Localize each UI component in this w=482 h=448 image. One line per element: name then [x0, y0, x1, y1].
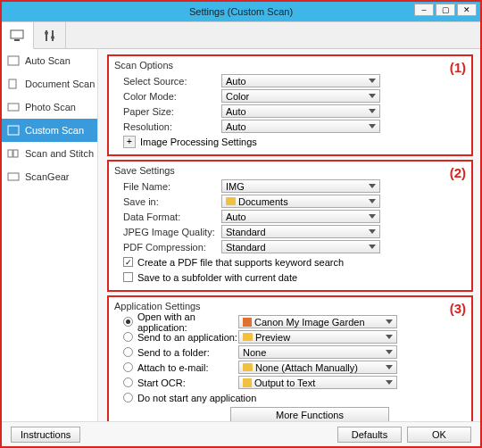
svg-rect-10: [8, 150, 12, 157]
settings-window: Settings (Custom Scan) – ▢ ✕ Auto Scan D…: [0, 0, 482, 448]
paper-size-label: Paper Size:: [114, 106, 221, 117]
svg-point-4: [45, 31, 48, 35]
sidebar-item-label: Auto Scan: [25, 55, 71, 66]
group-title: Application Settings: [114, 301, 466, 311]
instructions-button[interactable]: Instructions: [11, 427, 80, 443]
do-not-start-radio[interactable]: [123, 393, 133, 402]
select-source-dropdown[interactable]: Auto: [221, 74, 380, 87]
sidebar-item-label: Document Scan: [25, 79, 95, 89]
file-name-label: File Name:: [114, 181, 221, 192]
folder-icon: [226, 197, 236, 205]
save-in-dropdown[interactable]: Documents: [221, 195, 380, 208]
attach-email-radio[interactable]: [123, 362, 133, 372]
ok-button[interactable]: OK: [407, 427, 471, 443]
callout-2: (2): [450, 165, 466, 180]
open-with-label: Open with an application:: [137, 311, 238, 333]
svg-rect-9: [8, 126, 19, 135]
svg-rect-1: [14, 39, 20, 41]
sidebar-item-custom-scan[interactable]: Custom Scan: [2, 119, 97, 142]
window-title: Settings (Custom Scan): [189, 6, 293, 17]
group-save-settings: (2) Save Settings File Name:IMG Save in:…: [107, 160, 473, 292]
callout-1: (1): [450, 60, 466, 75]
custom-scan-icon: [7, 125, 20, 136]
top-tab-row: [2, 22, 480, 49]
monitor-icon: [9, 29, 27, 43]
subfolder-checkbox[interactable]: [123, 272, 133, 282]
jpeg-quality-label: JPEG Image Quality:: [114, 227, 221, 237]
jpeg-quality-dropdown[interactable]: Standard: [221, 225, 380, 238]
sidebar: Auto Scan Document Scan Photo Scan Custo…: [2, 49, 98, 421]
app-icon: [243, 378, 252, 387]
sidebar-item-scangear[interactable]: ScanGear: [2, 165, 97, 188]
main-panel: (1) Scan Options Select Source:Auto Colo…: [98, 49, 480, 421]
send-app-label: Send to an application:: [137, 332, 238, 343]
file-name-dropdown[interactable]: IMG: [221, 179, 380, 193]
do-not-start-label: Do not start any application: [137, 393, 256, 403]
callout-3: (3): [450, 301, 466, 316]
folder-icon: [243, 363, 253, 371]
start-ocr-radio[interactable]: [123, 377, 133, 387]
svg-point-5: [51, 36, 54, 39]
titlebar: Settings (Custom Scan) – ▢ ✕: [2, 2, 480, 21]
image-processing-label: Image Processing Settings: [140, 137, 257, 147]
pdf-keyword-label: Create a PDF file that supports keyword …: [137, 257, 344, 268]
paper-size-dropdown[interactable]: Auto: [221, 104, 380, 118]
subfolder-label: Save to a subfolder with current date: [137, 272, 297, 283]
sidebar-item-label: Photo Scan: [25, 102, 76, 112]
attach-email-label: Attach to e-mail:: [137, 362, 238, 373]
app-icon: [243, 318, 252, 327]
stitch-icon: [7, 148, 20, 159]
svg-rect-6: [8, 56, 19, 65]
sidebar-item-photo-scan[interactable]: Photo Scan: [2, 95, 97, 119]
close-button[interactable]: ✕: [457, 4, 477, 16]
svg-rect-11: [13, 150, 18, 157]
resolution-dropdown[interactable]: Auto: [221, 120, 380, 133]
group-title: Save Settings: [114, 165, 466, 176]
sidebar-item-label: Scan and Stitch: [25, 148, 94, 159]
send-folder-label: Send to a folder:: [137, 347, 238, 358]
group-scan-options: (1) Scan Options Select Source:Auto Colo…: [107, 54, 473, 156]
pdf-compression-label: PDF Compression:: [114, 242, 221, 253]
pdf-compression-dropdown[interactable]: Standard: [221, 240, 380, 253]
svg-rect-12: [8, 173, 19, 180]
pdf-keyword-checkbox[interactable]: ✓: [123, 257, 133, 267]
send-folder-radio[interactable]: [123, 347, 133, 357]
svg-rect-0: [11, 30, 23, 38]
svg-rect-14: [243, 378, 252, 387]
auto-scan-icon: [7, 55, 20, 66]
sidebar-item-label: ScanGear: [25, 171, 70, 182]
start-ocr-label: Start OCR:: [137, 377, 238, 388]
sidebar-item-scan-and-stitch[interactable]: Scan and Stitch: [2, 142, 97, 165]
group-title: Scan Options: [114, 60, 466, 71]
folder-icon: [243, 333, 253, 341]
defaults-button[interactable]: Defaults: [337, 427, 402, 443]
data-format-dropdown[interactable]: Auto: [221, 210, 380, 223]
data-format-label: Data Format:: [114, 212, 221, 222]
send-app-dropdown[interactable]: Preview: [238, 330, 397, 344]
save-in-label: Save in:: [114, 196, 221, 207]
start-ocr-dropdown[interactable]: Output to Text: [238, 376, 397, 389]
svg-rect-8: [8, 104, 19, 111]
select-source-label: Select Source:: [114, 76, 221, 87]
resolution-label: Resolution:: [114, 121, 221, 132]
more-functions-button[interactable]: More Functions: [230, 407, 389, 421]
minimize-button[interactable]: –: [414, 4, 434, 16]
send-folder-dropdown[interactable]: None: [238, 345, 397, 359]
tab-tools[interactable]: [34, 22, 66, 49]
color-mode-dropdown[interactable]: Color: [221, 89, 380, 103]
tab-scan-from-computer[interactable]: [2, 22, 34, 49]
expand-image-processing-button[interactable]: +: [123, 136, 136, 148]
open-with-dropdown[interactable]: Canon My Image Garden: [238, 315, 397, 328]
maximize-button[interactable]: ▢: [436, 4, 455, 16]
send-app-radio[interactable]: [123, 332, 133, 342]
scangear-icon: [7, 171, 20, 182]
photo-scan-icon: [7, 102, 20, 112]
sidebar-item-label: Custom Scan: [25, 125, 84, 136]
open-with-radio[interactable]: [123, 317, 133, 327]
sidebar-item-document-scan[interactable]: Document Scan: [2, 72, 97, 95]
document-scan-icon: [7, 79, 20, 89]
attach-email-dropdown[interactable]: None (Attach Manually): [238, 361, 397, 374]
tools-icon: [42, 28, 58, 44]
sidebar-item-auto-scan[interactable]: Auto Scan: [2, 49, 97, 72]
color-mode-label: Color Mode:: [114, 91, 221, 102]
